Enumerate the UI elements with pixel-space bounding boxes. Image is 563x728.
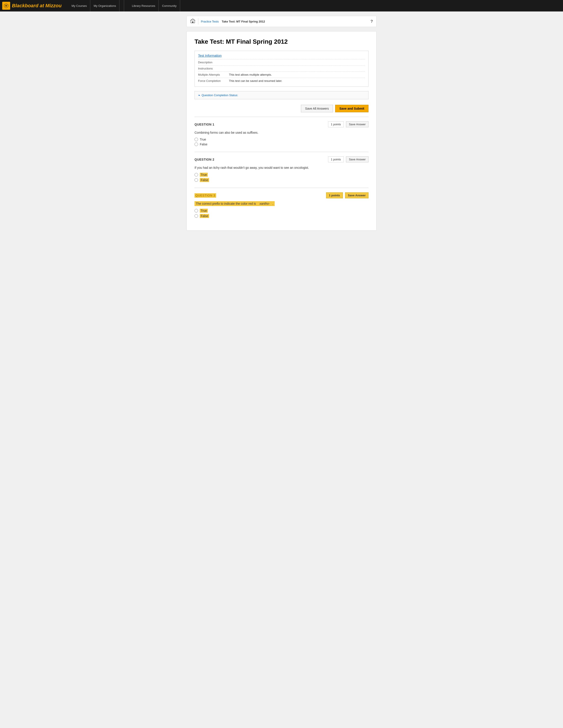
right-nav-links: Library Resources Community xyxy=(124,0,180,11)
question-1-option-false-label: False xyxy=(200,143,207,146)
page-title: Take Test: MT Final Spring 2012 xyxy=(194,38,369,45)
question-3-text-prefix: The correct prefix to indicate the color… xyxy=(194,201,258,206)
question-3-option-false-label: False xyxy=(200,214,209,218)
practice-tests-breadcrumb[interactable]: Practice Tests xyxy=(201,20,219,23)
my-courses-link[interactable]: My Courses xyxy=(68,0,90,11)
breadcrumb-separator xyxy=(220,20,221,23)
top-navigation: M Blackboard at Mizzou My Courses My Org… xyxy=(0,0,563,11)
question-2-label: QUESTION 2 xyxy=(194,158,214,161)
help-icon[interactable]: ? xyxy=(371,19,373,24)
question-2-text: If you had an itchy rash that wouldn't g… xyxy=(194,165,369,170)
question-2-option-false-label: False xyxy=(200,178,209,182)
question-3-right: 1 points Save Answer xyxy=(326,192,369,198)
question-1-label: QUESTION 1 xyxy=(194,123,214,126)
blackboard-logo[interactable]: M Blackboard at Mizzou xyxy=(2,2,62,10)
question-1-option-false[interactable]: False xyxy=(194,143,369,146)
save-all-answers-button[interactable]: Save All Answers xyxy=(301,105,333,112)
question-2-radio-true[interactable] xyxy=(194,173,198,176)
svg-text:M: M xyxy=(5,5,7,7)
home-icon[interactable] xyxy=(190,18,198,24)
force-completion-value: This test can be saved and resumed later… xyxy=(229,79,282,83)
question-1-radio-true[interactable] xyxy=(194,138,198,141)
question-3-radio-true[interactable] xyxy=(194,209,198,212)
question-3-section: QUESTION 3 1 points Save Answer The corr… xyxy=(194,188,369,224)
save-buttons-row: Save All Answers Save and Submit xyxy=(194,105,369,112)
save-and-submit-button[interactable]: Save and Submit xyxy=(335,105,369,112)
question-2-option-true-label: True xyxy=(200,173,208,177)
test-info-box: Test Information Description Instruction… xyxy=(194,51,369,87)
nav-links: My Courses My Organizations xyxy=(68,0,120,11)
question-2-header: QUESTION 2 1 points Save Answer xyxy=(194,156,369,162)
breadcrumb-left: Practice Tests Take Test: MT Final Sprin… xyxy=(190,18,265,24)
question-2-option-true[interactable]: True xyxy=(194,173,369,177)
description-label: Description xyxy=(198,61,229,64)
question-3-text-suffix: . xyxy=(271,201,274,206)
library-resources-link[interactable]: Library Resources xyxy=(128,0,159,11)
description-row: Description xyxy=(198,59,365,65)
my-organizations-link[interactable]: My Organizations xyxy=(90,0,119,11)
completion-status-header[interactable]: ❧ Question Completion Status: xyxy=(198,94,365,97)
community-link[interactable]: Community xyxy=(159,0,180,11)
question-2-save-answer-button[interactable]: Save Answer xyxy=(346,156,369,162)
question-1-option-true[interactable]: True xyxy=(194,138,369,141)
question-3-option-false[interactable]: False xyxy=(194,214,369,218)
question-1-radio-false[interactable] xyxy=(194,143,198,146)
multiple-attempts-label: Multiple Attempts xyxy=(198,73,229,76)
question-2-right: 1 points Save Answer xyxy=(328,156,369,162)
question-1-header: QUESTION 1 1 points Save Answer xyxy=(194,121,369,127)
question-1-right: 1 points Save Answer xyxy=(328,121,369,127)
question-3-radio-false[interactable] xyxy=(194,214,198,218)
test-information-link[interactable]: Test Information xyxy=(198,54,365,57)
multiple-attempts-row: Multiple Attempts This test allows multi… xyxy=(198,71,365,78)
multiple-attempts-value: This test allows multiple attempts. xyxy=(229,73,272,76)
question-3-text: The correct prefix to indicate the color… xyxy=(194,201,369,206)
instructions-label: Instructions xyxy=(198,67,229,70)
question-3-text-italic: xantho- xyxy=(258,201,271,206)
question-1-section: QUESTION 1 1 points Save Answer Combinin… xyxy=(194,117,369,152)
question-3-label: QUESTION 3 xyxy=(194,193,216,198)
question-3-header: QUESTION 3 1 points Save Answer xyxy=(194,192,369,198)
question-2-section: QUESTION 2 1 points Save Answer If you h… xyxy=(194,152,369,188)
question-2-points: 1 points xyxy=(328,156,344,162)
breadcrumb-bar: Practice Tests Take Test: MT Final Sprin… xyxy=(186,16,377,27)
breadcrumb-current: Take Test: MT Final Spring 2012 xyxy=(222,20,265,23)
question-3-points: 1 points xyxy=(326,192,343,198)
question-3-option-true[interactable]: True xyxy=(194,209,369,213)
mizzou-shield-icon: M xyxy=(2,2,10,10)
question-2-radio-false[interactable] xyxy=(194,178,198,182)
question-1-save-answer-button[interactable]: Save Answer xyxy=(346,121,369,127)
force-completion-label: Force Completion xyxy=(198,79,229,83)
main-content: Take Test: MT Final Spring 2012 Test Inf… xyxy=(186,31,377,231)
completion-arrow-icon: ❧ xyxy=(198,94,200,97)
logo-text: Blackboard at Mizzou xyxy=(12,3,62,9)
completion-status-box[interactable]: ❧ Question Completion Status: xyxy=(194,91,369,99)
question-1-option-true-label: True xyxy=(200,138,206,141)
completion-status-label: Question Completion Status: xyxy=(201,94,238,97)
question-1-text: Combining forms can also be used as suff… xyxy=(194,130,369,135)
svg-rect-2 xyxy=(192,21,193,23)
question-1-points: 1 points xyxy=(328,121,344,127)
instructions-row: Instructions xyxy=(198,65,365,71)
question-3-save-answer-button[interactable]: Save Answer xyxy=(345,192,369,198)
breadcrumb-links: Practice Tests Take Test: MT Final Sprin… xyxy=(201,20,265,23)
question-2-option-false[interactable]: False xyxy=(194,178,369,182)
force-completion-row: Force Completion This test can be saved … xyxy=(198,78,365,84)
question-3-option-true-label: True xyxy=(200,209,208,213)
